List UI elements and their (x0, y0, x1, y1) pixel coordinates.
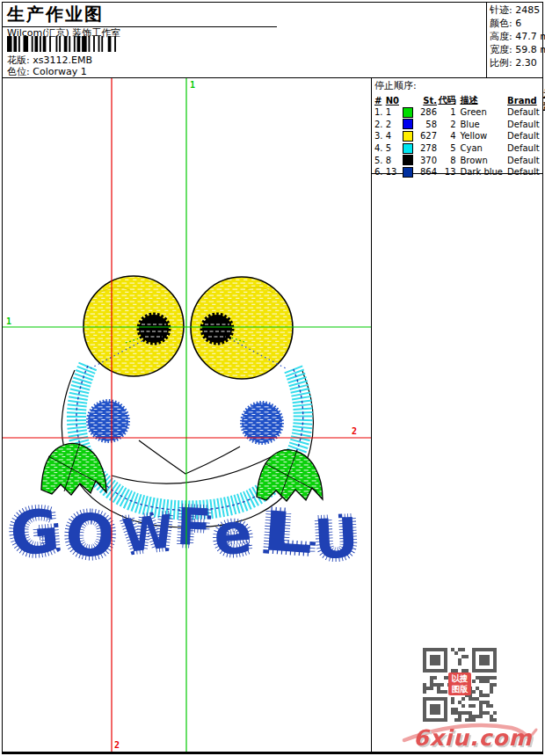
infobox-divider (486, 2, 487, 77)
thread-color-swatch (403, 119, 413, 129)
colorway-value: Colorway 1 (33, 66, 86, 77)
colorway-label: 色位: (7, 66, 30, 77)
left-pupil (139, 315, 169, 343)
design-info-panel: 针迹: 2485 颜色: 6 高度: 47.7 mm 宽度: 59.8 mm 比… (490, 4, 545, 69)
end-marker-bottom: 2 (114, 740, 120, 750)
crosshair-guides: 1 1 2 2 (3, 78, 371, 752)
qr-seal-text-bottom: 图版 (448, 684, 471, 694)
watermark-site-text: 6xiu.com (413, 725, 532, 751)
letter-u: U (313, 505, 360, 572)
end-marker-right: 2 (352, 426, 357, 436)
design-width-row: 宽度: 59.8 mm (490, 43, 545, 56)
right-pupil (202, 315, 232, 343)
design-lettering: G O W F e L U (7, 496, 360, 571)
letter-f: F (175, 497, 213, 558)
frog-cheeks (88, 401, 282, 443)
qr-center-seal: 以搜 图版 (448, 672, 471, 695)
table-row: 1.1 2861 GreenDefault (372, 106, 543, 119)
table-row: 3.4 6274 YellowDefault (372, 130, 543, 142)
qr-watermark: 以搜 图版 (423, 648, 497, 722)
left-cheek (88, 401, 128, 441)
page-title: 生产作业图 (7, 3, 104, 26)
colorway-row: 色位: Colorway 1 (7, 65, 87, 78)
thread-color-swatch (403, 107, 413, 118)
stop-sequence-table: 停止顺序: # N0 St. 代码 描述 Brand 元素 1.1 2861 G… (372, 79, 543, 178)
letter-e: e (212, 500, 254, 568)
embroidery-design-canvas: G O W F e L U 1 1 2 2 (3, 78, 371, 752)
table-header-row: # N0 St. 代码 描述 Brand 元素 (372, 94, 543, 106)
col-brand: Brand (506, 96, 543, 105)
column-divider (371, 77, 372, 752)
col-code: 代码 (437, 94, 455, 106)
thread-color-swatch (403, 131, 413, 142)
design-height-row: 高度: 47.7 mm (490, 30, 545, 43)
site-watermark: 6xiu.com (397, 717, 542, 752)
production-worksheet: 生产作业图 Wilcom(汇京) 装饰工作室 花版: xs3112.EMB 色位… (0, 0, 545, 756)
col-hash: # (372, 96, 386, 105)
qr-seal-text-top: 以搜 (448, 673, 471, 684)
col-desc: 描述 (456, 94, 507, 106)
letter-w: W (120, 505, 176, 563)
letter-g: G (7, 496, 62, 570)
start-marker-left: 1 (6, 316, 11, 326)
right-foot (257, 450, 323, 501)
left-foot (41, 444, 106, 495)
mouth-inner-outline (112, 456, 272, 483)
thread-color-swatch (403, 167, 413, 178)
letter-o: O (63, 500, 117, 571)
letter-l: L (260, 498, 316, 566)
color-count-row: 颜色: 6 (490, 17, 545, 30)
table-row: 5.8 3708 BrownDefault (372, 154, 543, 166)
stitch-count-row: 针迹: 2485 (490, 4, 545, 17)
start-marker-top: 1 (190, 80, 195, 90)
right-cheek (242, 403, 282, 443)
col-st: St. (415, 96, 437, 105)
table-row: 6.13 86413 Dark blueDefault (372, 166, 543, 178)
table-row: 4.5 2785 CyanDefault (372, 142, 543, 155)
design-barcode (7, 36, 126, 52)
table-row: 2.2 582 BlueDefault (372, 119, 543, 131)
chin-detail-lines (139, 440, 240, 474)
col-n0: N0 (386, 96, 402, 105)
print-scale-row: 比例: 2.30 (490, 56, 545, 69)
thread-color-swatch (403, 155, 413, 165)
thread-color-swatch (403, 143, 413, 154)
stop-sequence-title: 停止顺序: (374, 79, 543, 92)
frog-feet (41, 443, 323, 501)
